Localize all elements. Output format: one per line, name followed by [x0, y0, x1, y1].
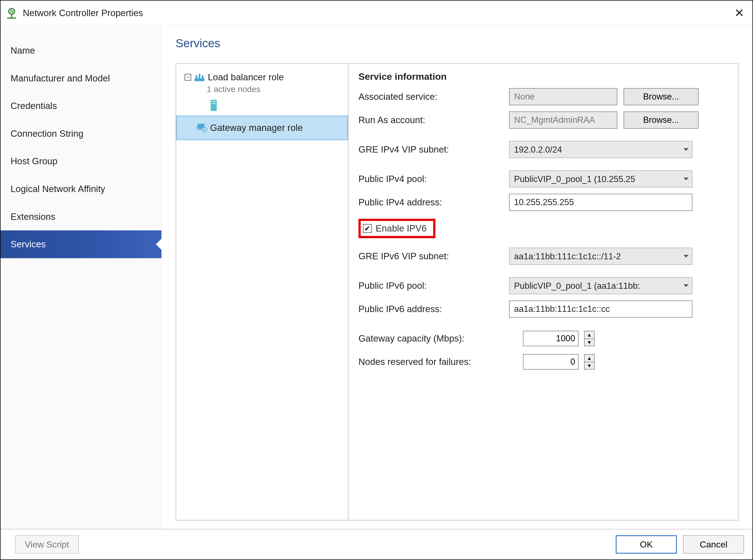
svg-rect-2 [7, 18, 16, 19]
label-gre-ipv4: GRE IPv4 VIP subnet: [359, 144, 503, 155]
label-public-ipv6-pool: Public IPv6 pool: [359, 280, 503, 291]
label-associated-service: Associated service: [359, 92, 503, 102]
nav-item-manufacturer[interactable]: Manufacturer and Model [1, 64, 161, 92]
label-enable-ipv6: Enable IPV6 [376, 223, 427, 234]
svg-rect-5 [199, 74, 200, 78]
label-gateway-capacity: Gateway capacity (Mbps): [359, 333, 517, 344]
label-public-ipv6-addr: Public IPv6 address: [359, 304, 503, 314]
browse-service-button[interactable]: Browse... [624, 88, 698, 105]
app-icon [6, 7, 17, 19]
row-enable-ipv6: ✔ Enable IPV6 [359, 219, 728, 238]
close-icon[interactable]: ✕ [732, 6, 747, 20]
nav-item-credentials[interactable]: Credentials [1, 92, 161, 120]
nav-item-services[interactable]: Services [1, 231, 161, 258]
view-script-button[interactable]: View Script [15, 535, 79, 554]
row-gre-ipv6: GRE IPv6 VIP subnet: aa1a:11bb:111c:1c1c… [359, 247, 728, 265]
select-public-ipv6-pool[interactable]: PublicVIP_0_pool_1 (aa1a:11bb: [509, 277, 692, 294]
highlight-enable-ipv6: ✔ Enable IPV6 [359, 219, 435, 238]
ok-button[interactable]: OK [616, 535, 677, 554]
svg-point-1 [8, 8, 15, 15]
row-run-as: Run As account: Browse... [359, 112, 728, 129]
row-public-ipv4-pool: Public IPv4 pool: PublicVIP_0_pool_1 (10… [359, 171, 728, 187]
row-associated-service: Associated service: Browse... [359, 88, 728, 105]
role-tree: − Load balancer role [176, 64, 348, 520]
service-info-form: Service information Associated service: … [348, 64, 738, 520]
main-content: Services − [162, 25, 752, 529]
label-nodes-reserved: Nodes reserved for failures: [359, 357, 517, 367]
row-public-ipv6-addr: Public IPv6 address: [359, 300, 728, 318]
row-nodes-reserved: Nodes reserved for failures: ▲ ▼ [359, 353, 728, 371]
svg-rect-6 [202, 76, 203, 78]
tree-label: Gateway manager role [210, 122, 303, 134]
tree-expander-icon[interactable]: − [184, 74, 191, 81]
svg-rect-3 [195, 78, 204, 81]
tree-node-load-balancer[interactable]: − Load balancer role [176, 69, 348, 116]
select-gre-ipv6[interactable]: aa1a:11bb:111c:1c1c::/11-2 [509, 247, 692, 265]
input-nodes-reserved[interactable] [523, 354, 578, 369]
spinner-up-icon[interactable]: ▲ [584, 354, 595, 362]
row-gateway-capacity: Gateway capacity (Mbps): ▲ ▼ [359, 330, 728, 347]
cancel-button[interactable]: Cancel [683, 535, 744, 554]
tree-label: Load balancer role [208, 71, 284, 84]
label-run-as: Run As account: [359, 115, 503, 125]
main-title: Services [176, 37, 738, 50]
spinner-up-icon[interactable]: ▲ [584, 331, 595, 339]
nav-item-connection-string[interactable]: Connection String [1, 120, 161, 147]
row-gre-ipv4: GRE IPv4 VIP subnet: 192.0.2.0/24 [359, 141, 728, 158]
input-gateway-capacity[interactable] [523, 331, 578, 346]
spinner-nodes-reserved: ▲ ▼ [584, 354, 595, 369]
spinner-gateway-capacity: ▲ ▼ [584, 331, 595, 346]
svg-rect-8 [212, 101, 216, 102]
input-run-as [509, 112, 617, 129]
checkbox-enable-ipv6[interactable]: ✔ [363, 224, 372, 233]
label-gre-ipv6: GRE IPv6 VIP subnet: [359, 251, 503, 261]
dialog-window: Network Controller Properties ✕ Name Man… [0, 0, 753, 560]
tree-node-gateway-manager[interactable]: Gateway manager role [176, 116, 348, 140]
window-title: Network Controller Properties [23, 8, 732, 18]
spinner-down-icon[interactable]: ▼ [584, 362, 595, 369]
services-panel: − Load balancer role [176, 63, 738, 521]
spinner-down-icon[interactable]: ▼ [584, 339, 595, 346]
input-public-ipv4-addr[interactable] [509, 194, 692, 211]
select-gre-ipv4[interactable]: 192.0.2.0/24 [509, 141, 692, 158]
dialog-body: Name Manufacturer and Model Credentials … [1, 25, 752, 529]
nav-item-name[interactable]: Name [1, 37, 161, 64]
form-heading: Service information [359, 71, 728, 82]
sidebar: Name Manufacturer and Model Credentials … [1, 25, 162, 529]
nav-item-logical-network-affinity[interactable]: Logical Network Affinity [1, 175, 161, 203]
tree-subtitle: 1 active nodes [184, 84, 345, 95]
browse-runas-button[interactable]: Browse... [624, 112, 698, 129]
nav-item-host-group[interactable]: Host Group [1, 147, 161, 175]
titlebar: Network Controller Properties ✕ [1, 1, 752, 25]
input-public-ipv6-addr[interactable] [509, 300, 692, 318]
svg-rect-4 [196, 75, 197, 78]
svg-rect-9 [212, 103, 216, 104]
label-public-ipv4-addr: Public IPv4 address: [359, 197, 503, 207]
input-associated-service [509, 88, 617, 105]
node-icon [184, 99, 345, 115]
gateway-manager-icon [196, 123, 207, 133]
label-public-ipv4-pool: Public IPv4 pool: [359, 174, 503, 184]
select-public-ipv4-pool[interactable]: PublicVIP_0_pool_1 (10.255.25 [509, 171, 692, 187]
nav-item-extensions[interactable]: Extensions [1, 203, 161, 231]
row-public-ipv4-addr: Public IPv4 address: [359, 194, 728, 211]
dialog-footer: View Script OK Cancel [1, 529, 752, 559]
load-balancer-icon [194, 73, 205, 82]
row-public-ipv6-pool: Public IPv6 pool: PublicVIP_0_pool_1 (aa… [359, 277, 728, 294]
